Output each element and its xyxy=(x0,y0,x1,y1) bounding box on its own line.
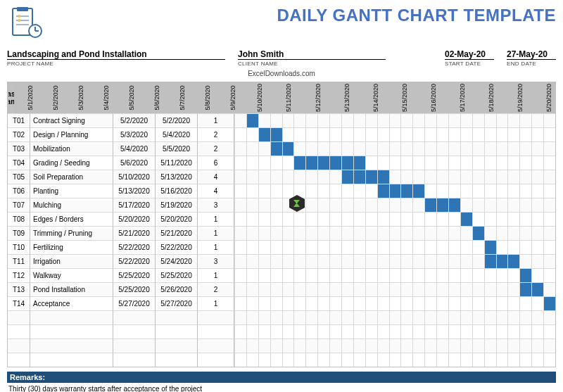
task-start: 5/10/2020 xyxy=(113,170,156,184)
gantt-cell xyxy=(507,156,519,170)
task-row[interactable]: T12Walkway5/25/20205/25/20201 xyxy=(8,268,555,282)
gantt-cell xyxy=(246,170,258,184)
gantt-cell xyxy=(270,282,282,296)
task-id: T14 xyxy=(8,296,30,310)
gantt-cell xyxy=(293,282,305,296)
task-end: 5/2/2020 xyxy=(156,113,198,127)
gantt-cell xyxy=(293,212,305,226)
gantt-cell xyxy=(270,198,282,212)
gantt-cell xyxy=(282,212,294,226)
gantt-cell xyxy=(293,240,305,254)
task-id: T12 xyxy=(8,268,30,282)
task-id: T13 xyxy=(8,282,30,296)
gantt-cell xyxy=(424,184,436,198)
gantt-cell xyxy=(484,141,496,156)
gantt-cell xyxy=(270,254,282,268)
gantt-cell xyxy=(305,141,317,156)
gantt-cell xyxy=(341,240,353,254)
gantt-cell xyxy=(329,141,341,156)
gantt-cell xyxy=(317,240,329,254)
site-link[interactable]: ExcelDownloads.com xyxy=(7,70,556,77)
gantt-cell xyxy=(377,226,389,240)
gantt-cell xyxy=(234,268,246,282)
task-name: Planting xyxy=(30,184,113,198)
gantt-cell xyxy=(519,296,531,310)
gantt-cell xyxy=(341,113,353,127)
gantt-cell xyxy=(519,268,531,282)
gantt-cell xyxy=(531,141,543,156)
gantt-cell xyxy=(293,127,305,141)
gantt-cell xyxy=(293,156,305,170)
gantt-cell xyxy=(507,226,519,240)
gantt-cell xyxy=(377,170,389,184)
gantt-cell xyxy=(341,170,353,184)
gantt-cell xyxy=(377,254,389,268)
task-name: Grading / Seeding xyxy=(30,156,113,170)
task-row[interactable]: T05Soil Preparation5/10/20205/13/20204 xyxy=(8,170,555,184)
gantt-cell xyxy=(436,226,448,240)
gantt-cell xyxy=(424,127,436,141)
gantt-cell xyxy=(507,296,519,310)
task-row[interactable]: T11Irrigation5/22/20205/24/20203 xyxy=(8,254,555,268)
task-end: 5/24/2020 xyxy=(156,254,198,268)
gantt-cell xyxy=(258,198,270,212)
gantt-cell xyxy=(365,184,377,198)
task-row[interactable]: T08Edges / Borders5/20/20205/20/20201 xyxy=(8,212,555,226)
gantt-cell xyxy=(282,282,294,296)
task-row[interactable]: T07Mulching5/17/20205/19/20203 xyxy=(8,198,555,212)
task-row[interactable]: T14Acceptance5/27/20205/27/20201 xyxy=(8,296,555,310)
gantt-cell xyxy=(377,268,389,282)
gantt-cell xyxy=(496,141,508,156)
task-start: 5/27/2020 xyxy=(113,296,156,310)
gantt-cell xyxy=(258,254,270,268)
gantt-cell xyxy=(519,127,531,141)
gantt-cell xyxy=(448,240,460,254)
remarks-header: Remarks: xyxy=(7,372,556,383)
gantt-cell xyxy=(353,268,365,282)
task-row[interactable]: T04Grading / Seeding5/6/20205/11/20206 xyxy=(8,156,555,170)
gantt-cell xyxy=(377,240,389,254)
gantt-cell xyxy=(448,198,460,212)
gantt-cell xyxy=(353,141,365,156)
project-name-value: Landscaping and Pond Installation xyxy=(7,49,225,60)
gantt-cell xyxy=(365,268,377,282)
gantt-cell xyxy=(353,198,365,212)
task-name: Contract Signing xyxy=(30,113,113,127)
gantt-cell xyxy=(507,198,519,212)
gantt-cell xyxy=(531,212,543,226)
gantt-cell xyxy=(389,226,401,240)
gantt-cell xyxy=(377,212,389,226)
task-row[interactable]: T10Fertilizing5/22/20205/22/20201 xyxy=(8,240,555,254)
gantt-cell xyxy=(448,212,460,226)
task-row[interactable]: T09Trimming / Pruning5/21/20205/21/20201 xyxy=(8,226,555,240)
gantt-cell xyxy=(400,170,412,184)
gantt-cell xyxy=(472,141,484,156)
date-header: 5/4/2020 xyxy=(93,82,118,113)
gantt-cell xyxy=(460,226,472,240)
gantt-cell xyxy=(246,198,258,212)
gantt-cell xyxy=(472,170,484,184)
gantt-cell xyxy=(305,156,317,170)
project-name-label: PROJECT NAME xyxy=(7,61,225,67)
date-header: 5/6/2020 xyxy=(144,82,169,113)
gantt-cell xyxy=(484,254,496,268)
task-row[interactable]: T01Contract Signing5/2/20205/2/20201 xyxy=(8,113,555,127)
gantt-cell xyxy=(412,156,424,170)
date-header: 5/9/2020 xyxy=(220,82,245,113)
gantt-cell xyxy=(460,240,472,254)
task-row[interactable]: T02Design / Planning5/3/20205/4/20202 xyxy=(8,127,555,141)
clipboard-icon xyxy=(7,6,45,39)
task-row[interactable]: T03Mobilization5/4/20205/5/20202 xyxy=(8,141,555,156)
task-row[interactable]: T06Planting5/13/20205/16/20204 xyxy=(8,184,555,198)
gantt-cell xyxy=(234,156,246,170)
gantt-cell xyxy=(472,156,484,170)
gantt-cell xyxy=(377,184,389,198)
task-row[interactable]: T13Pond Installation5/25/20205/26/20202 xyxy=(8,282,555,296)
gantt-cell xyxy=(341,212,353,226)
gantt-cell xyxy=(543,156,555,170)
gantt-cell xyxy=(270,184,282,198)
gantt-cell xyxy=(389,254,401,268)
gantt-cell xyxy=(389,198,401,212)
date-header: 5/17/2020 xyxy=(448,82,476,113)
gantt-cell xyxy=(246,240,258,254)
